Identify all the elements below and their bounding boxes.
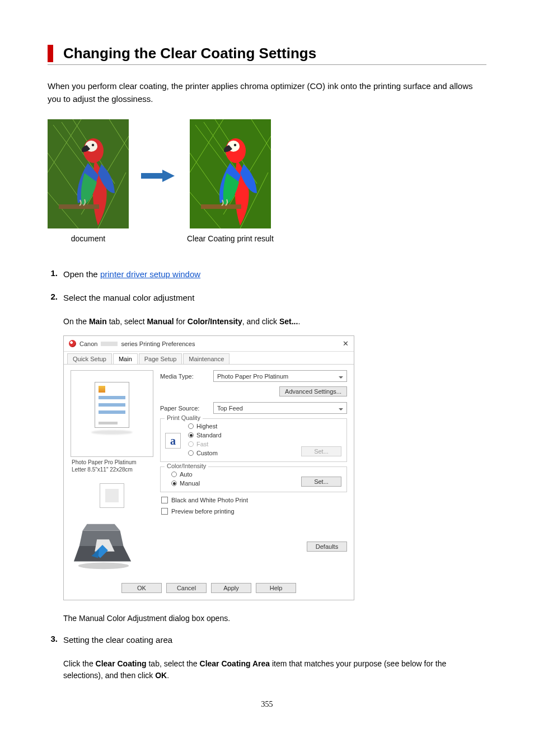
tab-strip: Quick Setup Main Page Setup Maintenance	[64, 352, 354, 364]
media-type-select[interactable]: Photo Paper Pro Platinum	[213, 370, 347, 382]
bw-checkbox[interactable]	[161, 497, 168, 503]
tab-maintenance[interactable]: Maintenance	[183, 353, 229, 364]
preview-caption-2: Letter 8.5"x11" 22x28cm	[72, 466, 152, 474]
text: for	[174, 317, 188, 326]
svg-point-3	[92, 143, 94, 146]
chevron-down-icon	[339, 373, 343, 380]
radio-label: Fast	[196, 441, 208, 447]
paper-source-label: Paper Source:	[160, 405, 208, 412]
preview-checkbox[interactable]	[161, 508, 168, 515]
step-3-head: Setting the clear coating area	[63, 634, 486, 647]
page-number: 355	[48, 700, 486, 709]
step-2-desc: On the Main tab, select Manual for Color…	[63, 316, 486, 328]
text-bold: Clear Coating Area	[200, 659, 270, 668]
step-number: 3.	[48, 634, 58, 682]
defaults-button[interactable]: Defaults	[307, 542, 347, 552]
svg-rect-5	[141, 173, 162, 179]
step-2-after: The Manual Color Adjustment dialog box o…	[63, 614, 486, 623]
text: dialog box opens.	[166, 614, 230, 623]
dialog-title-prefix: Canon	[79, 340, 97, 347]
paper-source-value: Top Feed	[217, 405, 243, 412]
svg-point-10	[234, 143, 236, 146]
page-title: Changing the Clear Coating Settings	[48, 45, 486, 62]
color-intensity-legend: Color/Intensity	[165, 463, 208, 469]
step-2-head: Select the manual color adjustment	[63, 292, 486, 305]
advanced-settings-button[interactable]: Advanced Settings...	[279, 386, 347, 396]
tab-main[interactable]: Main	[113, 353, 138, 364]
redacted-model	[101, 342, 118, 346]
text: The	[63, 614, 79, 623]
color-intensity-group: Color/Intensity Auto Manual Set...	[160, 466, 347, 492]
text: .	[298, 317, 300, 326]
radio-label: Manual	[180, 480, 200, 487]
text: Click the	[63, 659, 96, 668]
dialog-title-suffix: series Printing Preferences	[121, 340, 195, 347]
step-number: 2.	[48, 292, 58, 623]
tab-quick-setup[interactable]: Quick Setup	[67, 353, 112, 364]
chevron-down-icon	[339, 405, 343, 412]
dialog-titlebar: Canon series Printing Preferences ✕	[64, 336, 354, 352]
preview-label: Preview before printing	[171, 508, 235, 515]
printer-driver-setup-link[interactable]: printer driver setup window	[100, 269, 200, 279]
figure-row: document	[48, 119, 486, 243]
cancel-button[interactable]: Cancel	[166, 583, 207, 593]
step-number: 1.	[48, 268, 58, 281]
text: , and click	[242, 317, 279, 326]
paper-source-select[interactable]: Top Feed	[213, 402, 347, 414]
printing-preferences-dialog: Canon series Printing Preferences ✕ Quic…	[63, 335, 354, 600]
print-quality-set-button: Set...	[301, 446, 341, 456]
print-quality-group: Print Quality a Highest Standard Fast Cu…	[160, 418, 347, 462]
text-bold: Manual Color Adjustment	[79, 614, 166, 623]
preview-caption-1: Photo Paper Pro Platinum	[72, 459, 152, 466]
printer-image	[71, 519, 137, 571]
media-type-value: Photo Paper Pro Platinum	[217, 373, 288, 380]
preview-pane	[71, 370, 153, 457]
radio-label: Highest	[196, 423, 217, 430]
help-button[interactable]: Help	[256, 583, 296, 593]
figure-result	[190, 119, 271, 228]
text-bold: Clear Coating	[96, 659, 147, 668]
color-thumbnail	[100, 483, 124, 508]
text-bold: Color/Intensity	[188, 317, 242, 326]
text-bold: OK	[155, 671, 167, 680]
svg-marker-6	[162, 170, 175, 182]
step-3-desc: Click the Clear Coating tab, select the …	[63, 658, 486, 682]
step-1-head: Open the printer driver setup window	[63, 268, 486, 281]
radio-label: Standard	[196, 432, 222, 438]
intro-text: When you perform clear coating, the prin…	[48, 80, 486, 106]
text-bold: Main	[89, 317, 107, 326]
svg-rect-4	[59, 204, 99, 209]
bw-label: Black and White Photo Print	[171, 497, 248, 503]
media-type-label: Media Type:	[160, 373, 208, 380]
figure-result-label: Clear Coating print result	[187, 234, 274, 243]
figure-document	[48, 119, 129, 228]
radio-highest[interactable]: Highest	[188, 423, 341, 430]
radio-label: Custom	[196, 450, 218, 456]
figure-document-label: document	[71, 234, 105, 243]
text-bold: Set...	[279, 317, 298, 326]
svg-marker-14	[83, 524, 120, 531]
apply-button[interactable]: Apply	[211, 583, 251, 593]
text: tab, select the	[147, 659, 200, 668]
text: .	[167, 671, 169, 680]
step-1-lead: Open the	[63, 269, 100, 279]
tab-page-setup[interactable]: Page Setup	[139, 353, 182, 364]
text: tab, select	[107, 317, 147, 326]
text: On the	[63, 317, 89, 326]
arrow-icon	[141, 170, 175, 182]
quality-icon: a	[165, 433, 181, 449]
print-quality-legend: Print Quality	[165, 414, 203, 421]
svg-point-17	[78, 563, 129, 570]
svg-rect-11	[201, 204, 241, 209]
radio-label: Auto	[180, 471, 193, 478]
text-bold: Manual	[147, 317, 174, 326]
close-icon[interactable]: ✕	[343, 339, 349, 348]
color-intensity-set-button[interactable]: Set...	[301, 477, 341, 487]
ok-button[interactable]: OK	[121, 583, 162, 593]
canon-icon	[69, 340, 76, 347]
radio-standard[interactable]: Standard	[188, 432, 341, 438]
